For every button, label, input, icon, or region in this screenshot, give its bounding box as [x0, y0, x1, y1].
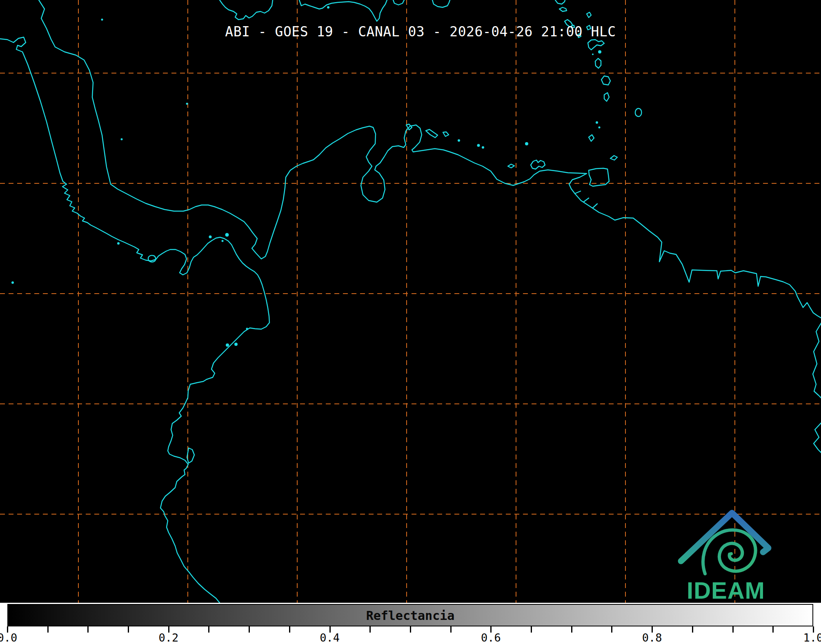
coastline-venezuelan-islands	[406, 124, 609, 186]
islet-dots	[11, 6, 601, 347]
map-graphics: ABI - GOES 19 - CANAL 03 - 2026-04-26 21…	[0, 0, 821, 603]
coastline-caribbean-north	[39, 0, 821, 318]
logo-text: IDEAM	[687, 577, 765, 603]
coastline-layer	[0, 0, 821, 603]
graticule-grid	[0, 0, 821, 603]
colorbar-tick-label: 0.8	[642, 632, 662, 643]
colorbar-footer: Reflectancia 0.0 0.2 0.4 0.6 0.8 1.0	[0, 603, 821, 644]
colorbar-tick-label: 0.0	[0, 632, 17, 643]
coastline-pacific	[0, 37, 269, 603]
colorbar-tick-marks	[7, 626, 814, 633]
colorbar-label: Reflectancia	[366, 608, 455, 623]
logo-spiral-eye	[730, 552, 733, 555]
colorbar-tick-label: 1.0	[803, 632, 821, 643]
coastline-right-edge-fragments	[813, 323, 821, 453]
satellite-map-canvas: ABI - GOES 19 - CANAL 03 - 2026-04-26 21…	[0, 0, 821, 603]
colorbar-tick-label: 0.2	[158, 632, 178, 643]
colorbar-tick-label: 0.6	[481, 632, 501, 643]
product-title: ABI - GOES 19 - CANAL 03 - 2026-04-26 21…	[225, 24, 616, 40]
colorbar-tick-label: 0.4	[320, 632, 340, 643]
ideam-logo: IDEAM	[681, 513, 768, 603]
coastline-delta-channels	[575, 191, 597, 208]
satellite-product-page: { "title": "ABI - GOES 19 - CANAL 03 - 2…	[0, 0, 821, 644]
coastline-greater-antilles	[220, 0, 450, 21]
